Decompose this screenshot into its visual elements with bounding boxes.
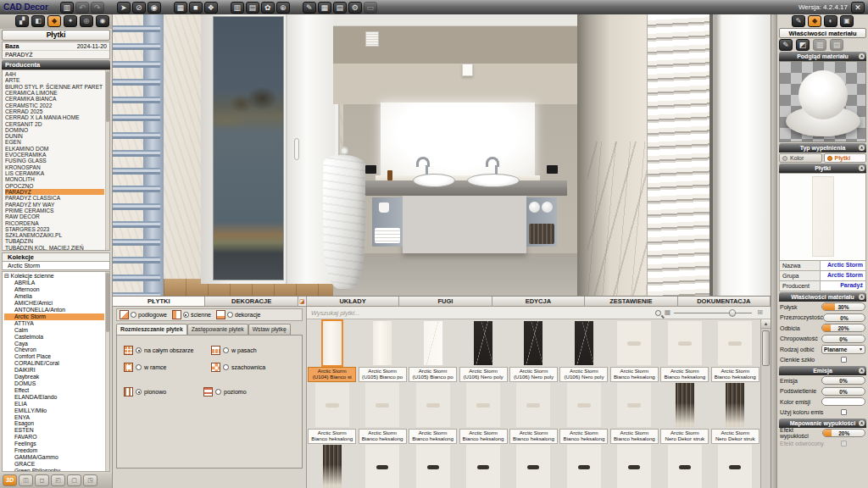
close-button[interactable]: ✕ xyxy=(851,2,865,14)
collection-item[interactable]: ESTEN xyxy=(4,427,104,434)
collection-item[interactable]: Daybreak xyxy=(4,374,104,380)
producer-item[interactable]: DUNIN xyxy=(5,133,104,139)
collection-item[interactable]: CORALINE/Coral xyxy=(4,360,104,367)
collection-item[interactable]: Caya xyxy=(4,341,104,347)
collapse-icon[interactable]: ∧ xyxy=(859,420,865,426)
producer-item[interactable]: RICORDENA xyxy=(5,220,104,226)
tile-item[interactable]: Arctic Storm xyxy=(659,443,709,488)
tab-edycja[interactable]: EDYCJA xyxy=(492,297,585,306)
scroll-up-icon[interactable]: ▲ xyxy=(761,319,771,329)
collections-tree-root[interactable]: ⊟ Kolekcje ścienne xyxy=(4,273,104,280)
collection-item[interactable]: GAMMA/Gammo xyxy=(4,454,104,461)
collection-item[interactable]: Amelia xyxy=(4,293,104,300)
producer-item[interactable]: CERAMIKA BIANCA xyxy=(5,96,104,102)
shaded-view-icon[interactable]: ■ xyxy=(189,2,203,14)
collection-item[interactable]: Afternoon xyxy=(4,286,104,293)
placement-option[interactable]: w ramce xyxy=(124,363,208,372)
producer-item[interactable]: CERAMSTIC 2022 xyxy=(5,103,104,108)
tile-type-option[interactable]: podłogowe xyxy=(120,310,167,319)
tab-układy[interactable]: UKŁADY xyxy=(307,297,399,306)
radio-dekoracje[interactable] xyxy=(227,312,233,318)
collection-item[interactable]: ELANDA/Elando xyxy=(4,394,104,401)
collection-item[interactable]: Feelings xyxy=(4,441,104,447)
slider-handle[interactable] xyxy=(729,309,736,317)
fill-option-kolor[interactable]: Kolor xyxy=(779,153,822,163)
visibility-icon[interactable]: ◉ xyxy=(147,2,161,14)
producer-item[interactable]: BIURO STYL P. ŚCIENNE ART PARET xyxy=(5,84,104,90)
subtab-wstaw[interactable]: Wstaw płytkę xyxy=(248,324,291,335)
view-box-1-icon[interactable]: ◫ xyxy=(19,474,33,486)
material-tab-paint-icon[interactable]: ✎ xyxy=(792,15,805,27)
producer-item[interactable]: RAW DECOR xyxy=(5,214,104,219)
tile-item[interactable]: Arctic Storm(U106) Nero poly xyxy=(458,319,508,381)
collection-item[interactable]: Castelmola xyxy=(4,334,104,341)
fill-icon[interactable]: ◩ xyxy=(796,39,810,51)
producers-list[interactable]: A4HARTEBIURO STYL P. ŚCIENNE ART PARETCE… xyxy=(2,69,110,251)
property-value-box[interactable]: 20% xyxy=(821,324,865,332)
tile-item[interactable]: Arctic StormBianco heksalong xyxy=(458,381,508,443)
collection-item[interactable]: Esagon xyxy=(4,420,104,427)
collapse-icon[interactable]: ∧ xyxy=(859,53,865,59)
producer-item[interactable]: ELKAMINO DOM xyxy=(5,146,104,152)
tile-item[interactable]: Arctic StormNero Dekor struk xyxy=(659,381,709,443)
collection-item[interactable]: GRACE xyxy=(4,461,104,468)
tile-item[interactable]: Arctic StormNero Dekor struk xyxy=(710,381,760,443)
collection-item[interactable]: AMICHE/Amici xyxy=(4,300,104,307)
radio-ścienne[interactable] xyxy=(183,312,189,318)
use-emission-checkbox[interactable] xyxy=(841,409,847,415)
orientation-option[interactable]: pionowo xyxy=(124,387,166,396)
producer-item[interactable]: PARADYŻ CLASSICA xyxy=(5,195,104,201)
collection-item[interactable]: Comfort Place xyxy=(4,353,104,360)
tile-item[interactable]: Arctic Storm xyxy=(458,443,508,488)
tile-item[interactable]: Arctic Storm(U105) Bianco po xyxy=(357,319,407,381)
producer-item[interactable]: TUBĄDZIN xyxy=(5,238,104,244)
collection-item[interactable]: FAVARO xyxy=(4,434,104,441)
float-panel-icon[interactable]: ◪ xyxy=(298,297,307,306)
tile-item[interactable]: Arctic Storm(U106) Nero poly xyxy=(509,319,559,381)
producer-item[interactable]: CERAMICA LIMONE xyxy=(5,90,104,96)
producer-item[interactable]: EVOCERAMIKA xyxy=(5,152,104,158)
sidebar-tab-camera-icon[interactable]: ◉ xyxy=(96,15,109,27)
collapse-icon[interactable]: ∧ xyxy=(859,165,865,171)
view-3d-icon[interactable]: 3D xyxy=(3,474,17,486)
property-value-box[interactable]: 0% xyxy=(823,313,865,322)
tile-type-option[interactable]: dekoracje xyxy=(216,310,260,319)
producer-item[interactable]: KRONOSPAN xyxy=(5,164,104,170)
summary-table-icon[interactable]: ▦ xyxy=(318,2,331,14)
tile-item[interactable]: Arctic StormBianco heksalong xyxy=(609,319,659,381)
tile-item[interactable]: Arctic Storm xyxy=(509,443,559,488)
collection-item[interactable]: Green Philosophy xyxy=(4,468,104,472)
collapse-icon[interactable]: ∧ xyxy=(859,145,865,151)
snapshot-icon[interactable]: ✿ xyxy=(261,2,275,14)
tile-item[interactable]: Arctic StormBianco heksalong xyxy=(307,381,357,443)
collection-item[interactable]: DAIKIRI xyxy=(4,367,104,374)
thumbnail-size-slider[interactable] xyxy=(674,309,752,317)
collection-item[interactable]: ENYA xyxy=(4,414,104,421)
tab-płytki[interactable]: PŁYTKI xyxy=(113,297,205,306)
collection-item[interactable]: ABRILA xyxy=(4,280,104,286)
collection-item[interactable]: Chevron xyxy=(4,347,104,353)
property-value-box[interactable]: 20% xyxy=(822,429,865,437)
producer-item[interactable]: A4H xyxy=(5,71,104,77)
producer-item[interactable]: ARTE xyxy=(5,77,104,83)
tab-dokumentacja[interactable]: DOKUMENTACJA xyxy=(678,297,771,306)
reflection-type-dropdown[interactable]: Planarne▼ xyxy=(821,345,865,354)
tile-item[interactable]: Arctic Storm(U104) Bianco st xyxy=(307,319,357,381)
property-value-box[interactable]: 0% xyxy=(821,376,865,385)
placement-option[interactable]: na całym obszarze xyxy=(124,346,208,355)
collection-item[interactable]: Effect xyxy=(4,387,104,394)
render-icon[interactable]: ❖ xyxy=(204,2,218,14)
producer-item[interactable]: OPOCZNO xyxy=(5,183,104,189)
property-value-box[interactable]: 30% xyxy=(821,302,865,311)
producer-item[interactable]: CERSANIT 2D xyxy=(5,121,104,127)
tile-item[interactable]: Arctic Storm xyxy=(357,443,407,488)
collections-scrollbar[interactable] xyxy=(105,272,109,471)
producer-item[interactable]: CERRAD 2025 xyxy=(5,108,104,114)
collection-item[interactable]: ELIA xyxy=(4,401,104,408)
3d-viewport[interactable] xyxy=(113,14,771,296)
producer-item[interactable]: LIS CERAMIKA xyxy=(5,170,104,176)
producer-item[interactable]: DOMINO xyxy=(5,127,104,133)
view-box-5-icon[interactable]: ◳ xyxy=(83,474,97,486)
subtab-zastępowanie[interactable]: Zastępowanie płytek xyxy=(187,324,248,335)
producer-item[interactable]: CERRAD X LA MANIA HOME xyxy=(5,114,104,120)
